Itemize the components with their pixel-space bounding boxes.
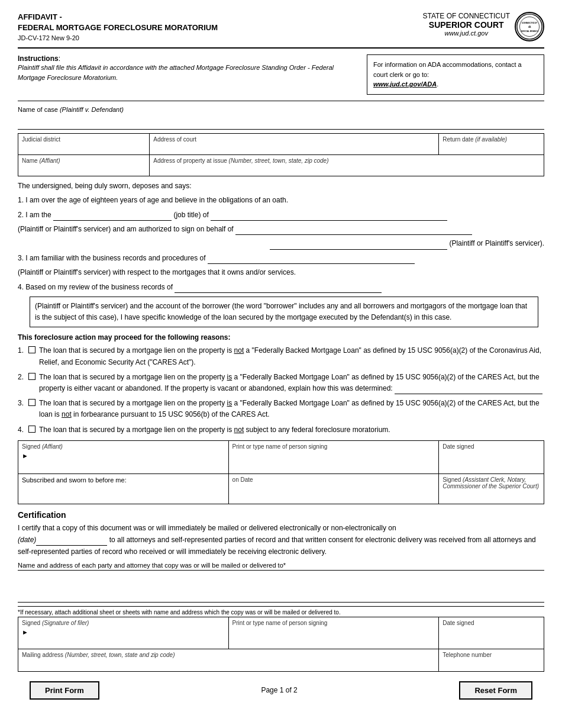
- telephone-value[interactable]: [443, 658, 540, 669]
- arrow-icon: ►: [22, 450, 225, 459]
- address-court-value[interactable]: [153, 143, 435, 152]
- para3-prefix: (Plaintiff or Plaintiff's servicer) and …: [18, 225, 234, 233]
- ada-box: For information on ADA accommodations, c…: [367, 54, 544, 95]
- certification-title: Certification: [18, 510, 544, 520]
- court-block: STATE OF CONNECTICUT SUPERIOR COURT www.…: [422, 12, 544, 41]
- section-divider-1: [18, 101, 544, 101]
- return-date-value[interactable]: [443, 143, 540, 152]
- para3-behalf-field[interactable]: [235, 226, 472, 235]
- signed-notary-cell[interactable]: Signed (Assistant Clerk, Notary, Commiss…: [439, 473, 544, 504]
- judicial-district-value[interactable]: [22, 143, 146, 152]
- page-header: AFFIDAVIT - FEDERAL MORTGAGE FORECLOSURE…: [18, 12, 544, 41]
- name-of-case-field[interactable]: [18, 115, 544, 130]
- name-of-case-row: Name of case (Plaintiff v. Defendant): [18, 106, 544, 113]
- para3-suffix-field[interactable]: [270, 240, 447, 250]
- address-property-cell[interactable]: Address of property at issue (Number, st…: [150, 154, 544, 176]
- signed-affiant-value[interactable]: [22, 459, 225, 471]
- date-signed-value[interactable]: [443, 450, 540, 466]
- mailing-address-label: Mailing address (Number, street, town, s…: [22, 652, 435, 658]
- checkbox-4[interactable]: [28, 426, 35, 433]
- print-name-label: Print or type name of person signing: [232, 443, 435, 450]
- checkbox-item-3: 3. The loan that is secured by a mortgag…: [18, 398, 544, 420]
- judicial-district-label: Judicial district: [22, 136, 146, 143]
- footer-bar: Print Form Page 1 of 2 Reset Form: [18, 681, 544, 700]
- on-date-value[interactable]: [232, 483, 435, 495]
- judicial-district-cell[interactable]: Judicial district: [18, 133, 150, 154]
- ada-text1: For information on ADA accommodations, c…: [373, 61, 522, 78]
- para2-jobtitle-field[interactable]: [53, 211, 172, 221]
- court-info: STATE OF CONNECTICUT SUPERIOR COURT www.…: [422, 12, 510, 37]
- body-text: The undersigned, being duly sworn, depos…: [18, 180, 544, 293]
- para5-records-field[interactable]: [175, 284, 382, 293]
- page-info: Page 1 of 2: [261, 686, 297, 694]
- para2-middle: (job title) of: [173, 211, 208, 219]
- print-name-value[interactable]: [232, 450, 435, 466]
- bottom-date-cell[interactable]: Date signed: [439, 617, 544, 649]
- on-date-label: on Date: [232, 476, 435, 483]
- state-name: STATE OF CONNECTICUT: [422, 12, 510, 20]
- checkbox-item-4: 4. The loan that is secured by a mortgag…: [18, 424, 544, 436]
- signature-table: Signed (Affiant) ► Print or type name of…: [18, 440, 544, 504]
- bottom-print-name-cell[interactable]: Print or type name of person signing: [228, 617, 439, 649]
- address-court-cell[interactable]: Address of court: [150, 133, 439, 154]
- para2-of-field[interactable]: [211, 211, 447, 221]
- date-prefix: (date): [18, 536, 36, 544]
- mailing-address-cell[interactable]: Mailing address (Number, street, town, s…: [18, 649, 439, 671]
- names-label: Name and address of each party and attor…: [18, 562, 544, 571]
- bottom-arrow-icon: ►: [22, 626, 225, 636]
- address-property-value[interactable]: [153, 164, 540, 173]
- on-date-cell[interactable]: on Date: [228, 473, 439, 504]
- telephone-label: Telephone number: [443, 652, 540, 658]
- bottom-signed-value[interactable]: [22, 636, 225, 646]
- telephone-cell[interactable]: Telephone number: [439, 649, 544, 671]
- bottom-signed-cell[interactable]: Signed (Signature of filer) ►: [18, 617, 229, 649]
- mailing-address-value[interactable]: [22, 658, 435, 669]
- checkbox-2[interactable]: [28, 373, 35, 380]
- asterisk-note: *If necessary, attach additional sheet o…: [18, 606, 544, 616]
- return-date-label: Return date (if available): [443, 136, 540, 143]
- court-seal: CONNECTICUT ⚖ JUDICIAL BRANCH: [515, 12, 544, 41]
- return-date-cell[interactable]: Return date (if available): [439, 133, 544, 154]
- checkbox2-field[interactable]: [395, 385, 542, 394]
- signed-notary-label: Signed (Assistant Clerk, Notary, Commiss…: [443, 476, 540, 489]
- para2: 2. I am the (job title) of: [18, 209, 544, 221]
- opening-statement: The undersigned, being duly sworn, depos…: [18, 180, 544, 192]
- svg-text:CONNECTICUT: CONNECTICUT: [522, 22, 538, 24]
- signed-affiant-label: Signed (Affiant): [22, 443, 225, 450]
- date-signed-cell[interactable]: Date signed: [439, 440, 544, 473]
- name-affiant-value[interactable]: [22, 164, 146, 173]
- certification-section: Certification I certify that a copy of t…: [18, 510, 544, 603]
- ada-link: www.jud.ct.gov/ADA: [373, 80, 437, 88]
- reset-form-button[interactable]: Reset Form: [459, 681, 532, 700]
- instructions-label: Instructions: [18, 54, 59, 63]
- cert-date-field[interactable]: [36, 536, 107, 546]
- bottom-signature-table: Signed (Signature of filer) ► Print or t…: [18, 617, 544, 672]
- subscribed-cell: Subscribed and sworn to before me:: [18, 473, 229, 504]
- para1: 1. I am over the age of eighteen years o…: [18, 194, 544, 206]
- bold-heading: This foreclosure action may proceed for …: [18, 333, 544, 342]
- instructions-section: Instructions: Plaintiff shall file this …: [18, 54, 544, 95]
- checkbox3-text: The loan that is secured by a mortgage l…: [39, 398, 544, 420]
- court-info-table: Judicial district Address of court Retur…: [18, 133, 544, 176]
- bottom-date-label: Date signed: [443, 620, 540, 626]
- para4-records-field[interactable]: [208, 255, 415, 264]
- bottom-print-name-value[interactable]: [232, 626, 435, 642]
- para2-prefix: 2. I am the: [18, 211, 51, 219]
- signed-affiant-cell[interactable]: Signed (Affiant) ►: [18, 440, 229, 473]
- checkbox1-text: The loan that is secured by a mortgage l…: [39, 345, 544, 368]
- checkbox-3[interactable]: [28, 399, 35, 406]
- checkbox-1[interactable]: [28, 346, 35, 353]
- name-affiant-cell[interactable]: Name (Affiant): [18, 154, 150, 176]
- header-divider: [18, 47, 544, 49]
- signature-section: Signed (Affiant) ► Print or type name of…: [18, 440, 544, 504]
- checkbox2-text: The loan that is secured by a mortgage l…: [39, 372, 544, 394]
- print-name-cell[interactable]: Print or type name of person signing: [228, 440, 439, 473]
- court-website: www.jud.ct.gov: [422, 30, 510, 37]
- checkbox-item-1: 1. The loan that is secured by a mortgag…: [18, 345, 544, 368]
- bottom-date-value[interactable]: [443, 626, 540, 642]
- name-affiant-label: Name (Affiant): [22, 157, 146, 164]
- names-area-field[interactable]: [18, 573, 544, 603]
- print-form-button[interactable]: Print Form: [30, 681, 99, 700]
- para5: 4. Based on my review of the business re…: [18, 281, 544, 293]
- signed-notary-value[interactable]: [443, 489, 540, 501]
